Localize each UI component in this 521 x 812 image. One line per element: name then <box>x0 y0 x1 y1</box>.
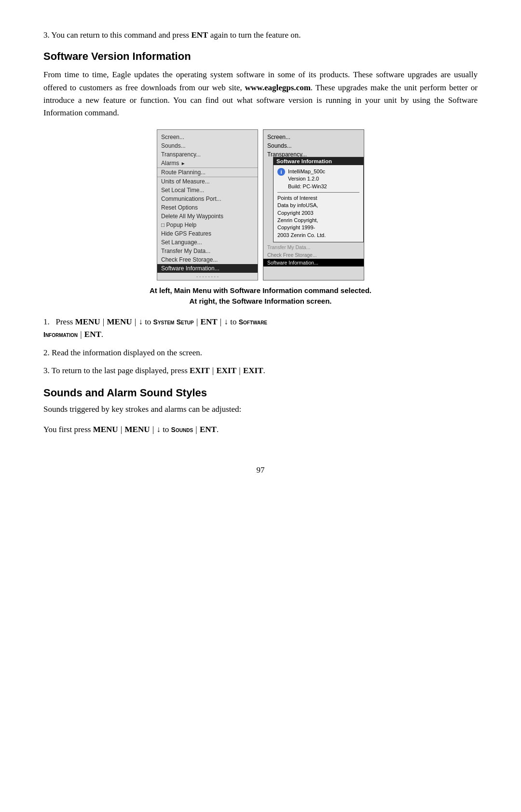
sounds-menu1: MENU <box>93 425 118 434</box>
step-2: 2. Read the information displayed on the… <box>43 347 478 359</box>
step3-exit1: EXIT <box>190 366 210 375</box>
menu-item-comms: Communications Port... <box>157 195 258 203</box>
menu-item-transfer: Transfer My Data... <box>157 247 258 255</box>
step1-arrow2: ↓ <box>224 317 228 326</box>
website-link: www.eaglegps.com <box>245 83 311 92</box>
menu-item-reset: Reset Options <box>157 203 258 212</box>
right-menu-sounds: Sounds... <box>263 141 364 150</box>
menu-item-route-planning: Route Planning... <box>157 168 258 177</box>
popup-poi-info: Points of Interest Data by infoUSA, Copy… <box>277 195 359 239</box>
sounds-ent: ENT <box>200 425 217 434</box>
menu-item-check-storage: Check Free Storage... <box>157 255 258 264</box>
step1-ent2: ENT <box>84 330 101 339</box>
left-screenshot: Screen... Sounds... Transparency... Alar… <box>157 129 258 280</box>
step1-number: 1. Press <box>43 317 75 326</box>
menu-item-units: Units of Measure... <box>157 177 258 186</box>
right-bottom-items: Transfer My Data... Check Free Storage..… <box>263 243 364 266</box>
menu-item-hide-gps: Hide GPS Features <box>157 229 258 238</box>
sounds-arrow: ↓ <box>156 425 161 434</box>
popup-title: Software Information <box>274 157 363 165</box>
step1-system: System <box>153 318 175 326</box>
menu-item-screen: Screen... <box>157 133 258 141</box>
right-menu-check-storage: Check Free Storage... <box>263 251 364 259</box>
screenshot-caption: At left, Main Menu with Software Informa… <box>43 285 478 307</box>
step-1: 1. Press MENU | MENU | ↓ to System Setup… <box>43 316 478 341</box>
sounds-menu2: MENU <box>125 425 150 434</box>
sounds-body-1: Sounds triggered by key strokes and alar… <box>43 403 478 416</box>
page-number: 97 <box>43 465 478 475</box>
software-section-heading: Software Version Information <box>43 50 478 63</box>
menu-item-popup: □ Popup Help <box>157 221 258 229</box>
menu-item-local-time: Set Local Time... <box>157 186 258 195</box>
menu-item-language: Set Language... <box>157 238 258 247</box>
sounds-body-2: You first press MENU | MENU | ↓ to Sound… <box>43 423 478 436</box>
step1-information: Information <box>43 331 78 338</box>
intro-paragraph: 3. You can return to this command and pr… <box>43 29 478 42</box>
step1-ent1: ENT <box>201 317 218 326</box>
step-3: 3. To return to the last page displayed,… <box>43 364 478 377</box>
step1-setup: Setup <box>177 318 194 326</box>
menu-item-sounds: Sounds... <box>157 141 258 150</box>
menu-item-software-info-left: Software Information... <box>157 264 258 273</box>
info-icon: i <box>277 168 285 176</box>
screenshots-container: Screen... Sounds... Transparency... Alar… <box>43 129 478 280</box>
popup-app-info: IntelliMap_500c Version 1.2.0 Build: PC-… <box>288 168 327 190</box>
step1-software: Software <box>239 318 267 326</box>
right-menu-software-info: Software Information... <box>263 259 364 266</box>
step1-arrow1: ↓ <box>138 317 143 326</box>
menu-item-delete: Delete All My Waypoints <box>157 212 258 221</box>
software-section-body: From time to time, Eagle updates the ope… <box>43 69 478 119</box>
right-menu-screen: Screen... <box>263 133 364 141</box>
popup-separator <box>277 192 359 193</box>
popup-app-row: i IntelliMap_500c Version 1.2.0 Build: P… <box>277 168 359 190</box>
ent-key-intro: ENT <box>191 30 208 40</box>
software-info-popup: Software Information i IntelliMap_500c V… <box>273 157 364 243</box>
right-screenshot: Screen... Sounds... Transparency... Soft… <box>263 129 364 280</box>
menu-item-transparency: Transparency... <box>157 150 258 159</box>
right-menu-transfer: Transfer My Data... <box>263 243 364 251</box>
sounds-label: Sounds <box>171 426 193 434</box>
step3-exit2: EXIT <box>217 366 237 375</box>
step1-menu2: MENU <box>107 317 132 326</box>
menu-item-alarms: Alarms ► <box>157 159 258 168</box>
step1-menu1: MENU <box>75 317 100 326</box>
sounds-section-heading: Sounds and Alarm Sound Styles <box>43 387 478 399</box>
left-screenshot-footer: - - - - - - - - <box>157 273 258 280</box>
step3-exit3: EXIT <box>243 366 263 375</box>
